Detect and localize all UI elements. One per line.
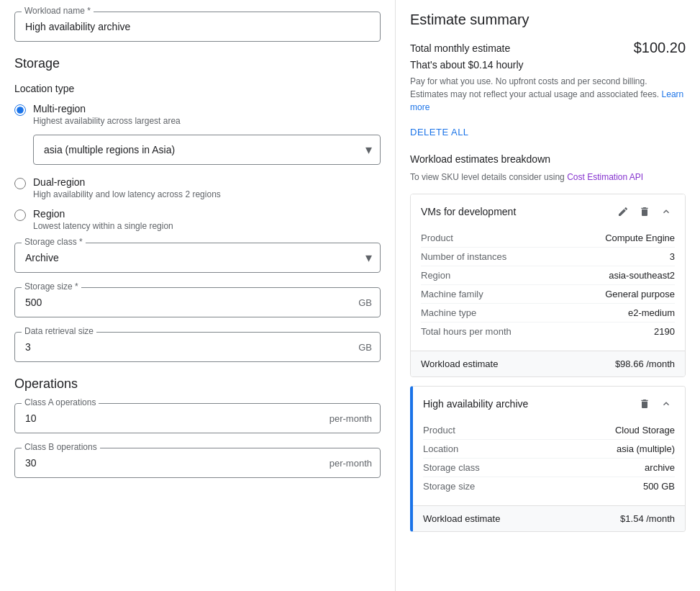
left-panel: Workload name * Storage Location type Mu… [0, 0, 396, 591]
vms-workload-estimate: Workload estimate $98.66 /month [411, 351, 685, 376]
table-row: Machine type e2-medium [421, 303, 675, 322]
table-row: Number of instances 3 [421, 247, 675, 266]
class-a-label: Class A operations [22, 397, 99, 407]
data-retrieval-group: Data retrieval size GB [14, 332, 381, 362]
delete-icon [639, 206, 650, 217]
class-a-wrapper: per-month [14, 403, 381, 433]
vms-card-body: Product Compute Engine Number of instanc… [411, 229, 685, 351]
dual-region-label: Dual-region [33, 176, 221, 188]
data-retrieval-input[interactable] [14, 332, 381, 362]
class-a-group: Class A operations per-month [14, 403, 381, 433]
archive-collapse-button[interactable] [658, 395, 675, 412]
data-retrieval-label: Data retrieval size [22, 326, 96, 336]
multi-region-option[interactable]: Multi-region Highest availability across… [14, 103, 381, 126]
delete-all-button[interactable]: DELETE ALL [410, 124, 469, 140]
storage-class-group: Storage class * Archive ▾ [14, 243, 381, 273]
data-retrieval-wrapper: GB [14, 332, 381, 362]
archive-card-body: Product Cloud Storage Location asia (mul… [413, 421, 685, 505]
region-option[interactable]: Region Lowest latency within a single re… [14, 208, 381, 231]
vms-card-title: VMs for development [421, 206, 516, 217]
delete-icon [639, 398, 650, 410]
breakdown-title: Workload estimates breakdown [410, 153, 686, 165]
storage-class-select-wrapper: Archive ▾ [14, 243, 381, 273]
region-desc: Lowest latency within a single region [33, 221, 173, 231]
storage-size-input[interactable] [14, 287, 381, 317]
dual-region-desc: High availability and low latency across… [33, 189, 221, 199]
vms-card: VMs for development [410, 194, 686, 377]
table-row: Region asia-southeast2 [421, 266, 675, 284]
archive-card-header: High availability archive [413, 387, 685, 421]
class-b-label: Class B operations [22, 442, 100, 452]
storage-size-group: Storage size * GB [14, 287, 381, 317]
storage-size-label: Storage size * [22, 281, 81, 292]
class-b-input[interactable] [14, 448, 381, 478]
workload-name-label: Workload name * [22, 6, 94, 16]
vms-delete-button[interactable] [636, 203, 653, 220]
dual-region-option[interactable]: Dual-region High availability and low la… [14, 176, 381, 199]
storage-size-wrapper: GB [14, 287, 381, 317]
multi-region-text: Multi-region Highest availability across… [33, 103, 181, 126]
location-select[interactable]: asia (multiple regions in Asia) [33, 135, 381, 165]
archive-workload-estimate: Workload estimate $1.54 /month [413, 505, 685, 531]
location-select-wrapper: asia (multiple regions in Asia) ▾ [33, 135, 381, 165]
region-label: Region [33, 208, 173, 220]
location-dropdown-group: asia (multiple regions in Asia) ▾ [33, 135, 381, 165]
archive-card-actions [636, 395, 675, 412]
estimate-note: Pay for what you use. No upfront costs a… [410, 75, 686, 114]
hourly-estimate: That's about $0.14 hourly [410, 59, 686, 71]
archive-card: High availability archive Product Cloud … [410, 386, 686, 532]
expand-less-icon [660, 206, 672, 217]
total-monthly-label: Total monthly estimate [410, 42, 510, 54]
table-row: Storage class archive [423, 458, 675, 477]
table-row: Storage size 500 GB [423, 477, 675, 495]
operations-section: Operations Class A operations per-month … [14, 376, 381, 478]
workload-name-group: Workload name * [14, 12, 381, 42]
table-row: Machine family General purpose [421, 284, 675, 303]
operations-title: Operations [14, 376, 381, 392]
vms-estimate-label: Workload estimate [421, 358, 498, 369]
table-row: Product Cloud Storage [423, 421, 675, 439]
storage-class-select[interactable]: Archive [14, 243, 381, 273]
class-b-wrapper: per-month [14, 448, 381, 478]
dual-region-text: Dual-region High availability and low la… [33, 176, 221, 199]
vms-card-actions [614, 203, 675, 220]
cost-estimation-api-link[interactable]: Cost Estimation API [567, 172, 643, 182]
archive-card-title: High availability archive [423, 398, 528, 410]
multi-region-radio[interactable] [14, 104, 26, 116]
multi-region-label: Multi-region [33, 103, 181, 114]
edit-icon [617, 206, 629, 217]
archive-delete-button[interactable] [636, 395, 653, 412]
breakdown-note: To view SKU level details consider using… [410, 171, 686, 184]
table-row: Location asia (multiple) [423, 439, 675, 458]
class-b-group: Class B operations per-month [14, 448, 381, 478]
storage-class-label: Storage class * [22, 237, 86, 247]
archive-estimate-label: Workload estimate [423, 513, 500, 524]
region-text: Region Lowest latency within a single re… [33, 208, 173, 231]
location-type-radio-group: Multi-region Highest availability across… [14, 103, 381, 231]
location-type-label: Location type [14, 83, 381, 94]
storage-title: Storage [14, 56, 381, 71]
table-row: Total hours per month 2190 [421, 322, 675, 340]
table-row: Product Compute Engine [421, 229, 675, 247]
vms-card-header: VMs for development [411, 194, 685, 229]
archive-estimate-value: $1.54 /month [620, 513, 675, 524]
workload-name-input[interactable] [14, 12, 381, 42]
multi-region-desc: Highest availability across largest area [33, 116, 181, 126]
expand-less-icon [660, 398, 672, 410]
vms-estimate-value: $98.66 /month [615, 358, 675, 369]
storage-section: Storage Location type Multi-region Highe… [14, 56, 381, 362]
right-panel: Estimate summary Total monthly estimate … [396, 0, 700, 591]
vms-edit-button[interactable] [614, 203, 632, 220]
total-monthly-amount: $100.20 [634, 40, 686, 56]
dual-region-radio[interactable] [14, 178, 26, 189]
region-radio[interactable] [14, 209, 26, 221]
total-monthly-row: Total monthly estimate $100.20 [410, 40, 686, 56]
class-a-input[interactable] [14, 403, 381, 433]
estimate-summary-title: Estimate summary [410, 12, 686, 28]
vms-collapse-button[interactable] [658, 203, 675, 220]
